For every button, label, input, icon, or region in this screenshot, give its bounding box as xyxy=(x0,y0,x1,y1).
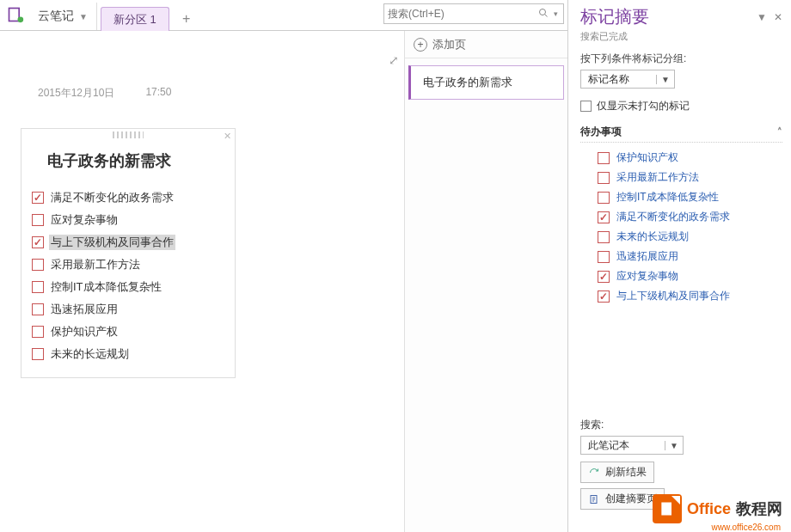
todo-checkbox[interactable] xyxy=(32,348,44,360)
todo-checkbox[interactable] xyxy=(32,281,44,293)
note-date: 2015年12月10日 xyxy=(38,86,114,101)
tag-text[interactable]: 控制IT成本降低复杂性 xyxy=(616,190,719,205)
tag-item[interactable]: 满足不断变化的政务需求 xyxy=(580,207,782,227)
note-timestamp: 2015年12月10日 17:50 xyxy=(38,86,396,101)
chevron-down-icon[interactable]: ▼ xyxy=(79,12,88,21)
note-item-text[interactable]: 采用最新工作方法 xyxy=(49,257,142,272)
svg-line-3 xyxy=(545,14,548,16)
search-input[interactable] xyxy=(388,8,535,20)
search-box[interactable]: ▾ xyxy=(383,3,564,24)
todo-checkbox[interactable] xyxy=(32,214,44,226)
note-item-text[interactable]: 满足不断变化的政务需求 xyxy=(49,190,175,205)
tag-text[interactable]: 应对复杂事物 xyxy=(616,269,678,284)
note-item[interactable]: 控制IT成本降低复杂性 xyxy=(32,276,235,298)
tag-checkbox[interactable] xyxy=(598,211,610,223)
summary-page-icon xyxy=(588,493,600,505)
tag-text[interactable]: 满足不断变化的政务需求 xyxy=(616,210,730,224)
search-scope-value: 此笔记本 xyxy=(581,438,636,453)
summary-label: 创建摘要页 xyxy=(605,492,657,506)
tag-checkbox[interactable] xyxy=(598,271,610,283)
chevron-down-icon[interactable]: ▼ xyxy=(665,441,683,450)
todo-checkbox[interactable] xyxy=(32,259,44,271)
tag-item[interactable]: 迅速拓展应用 xyxy=(580,247,782,266)
add-page-label: 添加页 xyxy=(432,37,466,52)
notebook-name: 云笔记 xyxy=(38,9,74,24)
tag-checkbox[interactable] xyxy=(598,192,610,204)
refresh-icon xyxy=(588,467,600,479)
note-item[interactable]: 与上下级机构及同事合作 xyxy=(32,231,235,254)
close-icon[interactable]: ✕ xyxy=(224,131,231,142)
pages-pane: + 添加页 电子政务的新需求 xyxy=(404,31,567,532)
group-by-value: 标记名称 xyxy=(581,72,636,87)
tag-text[interactable]: 与上下级机构及同事合作 xyxy=(616,289,730,303)
tag-text[interactable]: 未来的长远规划 xyxy=(616,229,689,244)
tag-item[interactable]: 保护知识产权 xyxy=(580,148,782,168)
svg-point-1 xyxy=(18,17,24,23)
note-item-text[interactable]: 应对复杂事物 xyxy=(49,212,120,228)
refresh-results-button[interactable]: 刷新结果 xyxy=(580,462,654,483)
notebook-tab[interactable]: 云笔记 ▼ xyxy=(31,3,97,30)
watermark-text-2: 教程网 xyxy=(736,498,782,519)
note-item[interactable]: 应对复杂事物 xyxy=(32,209,235,231)
note-item-text[interactable]: 与上下级机构及同事合作 xyxy=(49,235,175,250)
tag-item[interactable]: 与上下级机构及同事合作 xyxy=(580,286,782,306)
group-by-select[interactable]: 标记名称 ▼ xyxy=(580,70,675,89)
note-item-text[interactable]: 迅速拓展应用 xyxy=(49,302,120,317)
panel-options-icon[interactable]: ▼ xyxy=(757,11,767,23)
add-section-button[interactable]: + xyxy=(175,8,199,30)
note-item[interactable]: 保护知识产权 xyxy=(32,321,235,343)
drag-handle[interactable] xyxy=(113,131,144,138)
tag-item[interactable]: 应对复杂事物 xyxy=(580,266,782,286)
tag-group-header[interactable]: 待办事项 ˄ xyxy=(580,122,782,143)
note-item[interactable]: 迅速拓展应用 xyxy=(32,298,235,321)
tag-checkbox[interactable] xyxy=(598,172,610,184)
page-item-current[interactable]: 电子政务的新需求 xyxy=(408,65,564,100)
note-title[interactable]: 电子政务的新需求 xyxy=(21,138,235,187)
todo-checkbox[interactable] xyxy=(32,303,44,315)
note-item[interactable]: 未来的长远规划 xyxy=(32,343,235,365)
note-item-text[interactable]: 保护知识产权 xyxy=(49,324,120,339)
expand-icon[interactable]: ⤢ xyxy=(389,53,399,67)
only-unchecked-checkbox[interactable] xyxy=(580,101,592,112)
note-item[interactable]: 采用最新工作方法 xyxy=(32,254,235,276)
tab-bar: 云笔记 ▼ 新分区 1 + ▾ xyxy=(0,0,567,31)
section-tab[interactable]: 新分区 1 xyxy=(101,7,169,31)
plus-icon: + xyxy=(414,38,427,52)
note-time: 17:50 xyxy=(145,86,171,101)
note-item-list: 满足不断变化的政务需求应对复杂事物与上下级机构及同事合作采用最新工作方法控制IT… xyxy=(21,187,235,377)
note-item-text[interactable]: 未来的长远规划 xyxy=(49,346,131,362)
only-unchecked-label: 仅显示未打勾的标记 xyxy=(597,99,690,113)
add-page-button[interactable]: + 添加页 xyxy=(405,31,567,58)
panel-close-icon[interactable]: ✕ xyxy=(774,11,782,23)
tag-checkbox[interactable] xyxy=(598,251,610,263)
tag-checkbox[interactable] xyxy=(598,152,610,164)
collapse-icon[interactable]: ˄ xyxy=(777,126,782,138)
tag-text[interactable]: 采用最新工作方法 xyxy=(616,170,699,185)
tag-checkbox[interactable] xyxy=(598,231,610,243)
svg-rect-5 xyxy=(661,503,671,516)
tag-item[interactable]: 采用最新工作方法 xyxy=(580,168,782,187)
todo-checkbox[interactable] xyxy=(32,192,44,204)
tag-text[interactable]: 迅速拓展应用 xyxy=(616,249,678,264)
note-canvas[interactable]: ⤢ 2015年12月10日 17:50 ✕ 电子政务的新需求 满足不断变化的政务… xyxy=(0,31,404,532)
app-icon[interactable] xyxy=(0,0,31,30)
tag-checkbox[interactable] xyxy=(598,290,610,303)
tag-item[interactable]: 未来的长远规划 xyxy=(580,227,782,247)
tag-text[interactable]: 保护知识产权 xyxy=(616,150,678,165)
panel-title: 标记摘要 xyxy=(580,5,649,28)
tags-summary-panel: 标记摘要 ▼ ✕ 搜索已完成 按下列条件将标记分组: 标记名称 ▼ 仅显示未打勾… xyxy=(567,0,791,532)
chevron-down-icon[interactable]: ▼ xyxy=(656,75,674,84)
search-icon[interactable] xyxy=(535,8,552,21)
note-container[interactable]: ✕ 电子政务的新需求 满足不断变化的政务需求应对复杂事物与上下级机构及同事合作采… xyxy=(21,128,236,378)
search-scope-select[interactable]: 此笔记本 ▼ xyxy=(580,436,684,455)
svg-rect-0 xyxy=(9,9,20,21)
todo-checkbox[interactable] xyxy=(32,236,44,248)
tag-item[interactable]: 控制IT成本降低复杂性 xyxy=(580,187,782,207)
page-title: 电子政务的新需求 xyxy=(423,76,512,89)
group-by-label: 按下列条件将标记分组: xyxy=(580,52,782,66)
tag-list: 保护知识产权采用最新工作方法控制IT成本降低复杂性满足不断变化的政务需求未来的长… xyxy=(580,148,782,306)
note-item[interactable]: 满足不断变化的政务需求 xyxy=(32,187,235,209)
todo-checkbox[interactable] xyxy=(32,326,44,338)
note-item-text[interactable]: 控制IT成本降低复杂性 xyxy=(49,279,163,295)
search-scope-dropdown[interactable]: ▾ xyxy=(552,9,560,18)
